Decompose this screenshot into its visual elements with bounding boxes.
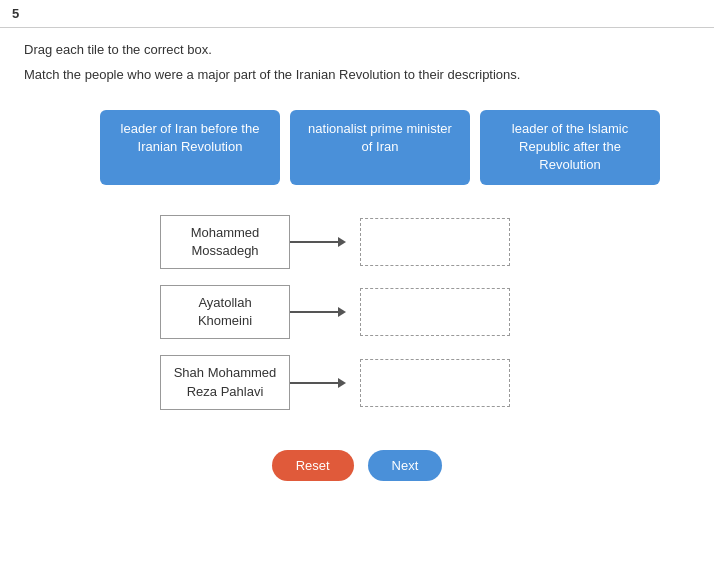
tile-leader-after[interactable]: leader of the Islamic Republic after the… [480,110,660,185]
instruction1: Drag each tile to the correct box. [24,42,690,57]
match-row-khomeini: Ayatollah Khomeini [160,285,714,339]
source-mossadegh: Mohammed Mossadegh [160,215,290,269]
arrow-line-khomeini [290,311,340,313]
next-button[interactable]: Next [368,450,443,481]
tile-leader-before[interactable]: leader of Iran before the Iranian Revolu… [100,110,280,185]
source-khomeini: Ayatollah Khomeini [160,285,290,339]
matching-area: Mohammed Mossadegh Ayatollah Khomeini Sh… [0,195,714,430]
arrow-line-mossadegh [290,241,340,243]
target-pahlavi[interactable] [360,359,510,407]
source-pahlavi: Shah Mohammed Reza Pahlavi [160,355,290,409]
reset-button[interactable]: Reset [272,450,354,481]
question-number: 5 [0,0,714,28]
match-row-mossadegh: Mohammed Mossadegh [160,215,714,269]
target-mossadegh[interactable] [360,218,510,266]
match-row-pahlavi: Shah Mohammed Reza Pahlavi [160,355,714,409]
arrow-mossadegh [290,241,360,243]
buttons-area: Reset Next [0,430,714,481]
tiles-area: leader of Iran before the Iranian Revolu… [0,92,714,195]
arrow-khomeini [290,311,360,313]
arrow-pahlavi [290,382,360,384]
instructions: Drag each tile to the correct box. Match… [0,28,714,82]
instruction2: Match the people who were a major part o… [24,67,690,82]
arrow-line-pahlavi [290,382,340,384]
tile-nationalist-pm[interactable]: nationalist prime minister of Iran [290,110,470,185]
target-khomeini[interactable] [360,288,510,336]
